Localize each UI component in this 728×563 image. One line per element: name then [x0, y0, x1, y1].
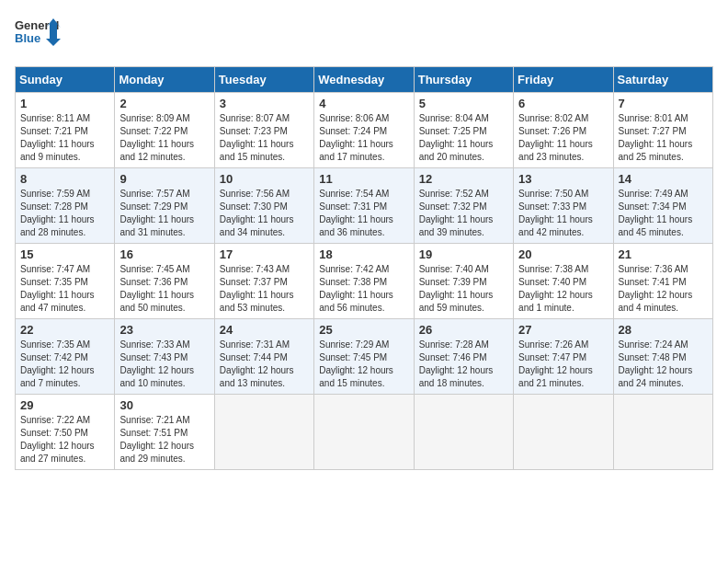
day-number: 10: [220, 172, 309, 186]
cell-content: Sunrise: 7:43 AMSunset: 7:37 PMDaylight:…: [220, 264, 294, 313]
calendar-header-row: SundayMondayTuesdayWednesdayThursdayFrid…: [16, 67, 713, 93]
calendar-cell: 23Sunrise: 7:33 AMSunset: 7:43 PMDayligh…: [115, 319, 214, 395]
calendar-cell: 14Sunrise: 7:49 AMSunset: 7:34 PMDayligh…: [613, 168, 712, 244]
calendar-cell: 11Sunrise: 7:54 AMSunset: 7:31 PMDayligh…: [314, 168, 414, 244]
calendar-week-row: 15Sunrise: 7:47 AMSunset: 7:35 PMDayligh…: [16, 244, 713, 319]
cell-content: Sunrise: 7:28 AMSunset: 7:46 PMDaylight:…: [419, 339, 494, 388]
day-number: 19: [419, 247, 508, 261]
day-number: 1: [20, 97, 109, 110]
cell-content: Sunrise: 8:09 AMSunset: 7:22 PMDaylight:…: [119, 113, 194, 162]
cell-content: Sunrise: 7:40 AMSunset: 7:39 PMDaylight:…: [419, 264, 494, 313]
day-header-wednesday: Wednesday: [314, 67, 414, 93]
cell-content: Sunrise: 8:11 AMSunset: 7:21 PMDaylight:…: [20, 113, 95, 162]
cell-content: Sunrise: 7:36 AMSunset: 7:41 PMDaylight:…: [619, 264, 693, 313]
day-header-thursday: Thursday: [414, 67, 513, 93]
day-header-sunday: Sunday: [16, 67, 115, 93]
calendar-week-row: 1Sunrise: 8:11 AMSunset: 7:21 PMDaylight…: [16, 93, 713, 168]
cell-content: Sunrise: 7:22 AMSunset: 7:50 PMDaylight:…: [20, 415, 95, 464]
day-number: 9: [119, 172, 209, 186]
cell-content: Sunrise: 7:31 AMSunset: 7:44 PMDaylight:…: [220, 339, 294, 388]
cell-content: Sunrise: 7:50 AMSunset: 7:33 PMDaylight:…: [518, 189, 593, 237]
day-number: 29: [20, 398, 109, 412]
day-number: 21: [619, 247, 708, 261]
day-number: 3: [220, 97, 309, 110]
logo: General Blue: [15, 15, 61, 55]
cell-content: Sunrise: 7:35 AMSunset: 7:42 PMDaylight:…: [20, 339, 95, 388]
day-number: 27: [518, 323, 608, 337]
cell-content: Sunrise: 7:52 AMSunset: 7:32 PMDaylight:…: [419, 189, 494, 237]
cell-content: Sunrise: 7:38 AMSunset: 7:40 PMDaylight:…: [518, 264, 593, 313]
calendar-cell: 18Sunrise: 7:42 AMSunset: 7:38 PMDayligh…: [314, 244, 414, 319]
calendar-cell: 22Sunrise: 7:35 AMSunset: 7:42 PMDayligh…: [16, 319, 115, 395]
cell-content: Sunrise: 7:45 AMSunset: 7:36 PMDaylight:…: [119, 264, 194, 313]
calendar-cell: 27Sunrise: 7:26 AMSunset: 7:47 PMDayligh…: [514, 319, 613, 395]
day-number: 15: [20, 247, 109, 261]
day-number: 18: [319, 247, 408, 261]
calendar-cell: 6Sunrise: 8:02 AMSunset: 7:26 PMDaylight…: [514, 93, 613, 168]
calendar-body: 1Sunrise: 8:11 AMSunset: 7:21 PMDaylight…: [16, 93, 713, 470]
day-number: 23: [119, 323, 209, 337]
calendar-cell: 15Sunrise: 7:47 AMSunset: 7:35 PMDayligh…: [16, 244, 115, 319]
cell-content: Sunrise: 8:01 AMSunset: 7:27 PMDaylight:…: [619, 113, 693, 162]
cell-content: Sunrise: 8:06 AMSunset: 7:24 PMDaylight:…: [319, 113, 393, 162]
day-number: 24: [220, 323, 309, 337]
calendar-cell: 12Sunrise: 7:52 AMSunset: 7:32 PMDayligh…: [414, 168, 513, 244]
calendar-cell: 25Sunrise: 7:29 AMSunset: 7:45 PMDayligh…: [314, 319, 414, 395]
day-number: 22: [20, 323, 109, 337]
calendar-cell: 4Sunrise: 8:06 AMSunset: 7:24 PMDaylight…: [314, 93, 414, 168]
calendar-week-row: 22Sunrise: 7:35 AMSunset: 7:42 PMDayligh…: [16, 319, 713, 395]
day-number: 6: [518, 97, 608, 110]
cell-content: Sunrise: 8:02 AMSunset: 7:26 PMDaylight:…: [518, 113, 593, 162]
day-number: 17: [220, 247, 309, 261]
page-header: General Blue: [15, 15, 713, 55]
cell-content: Sunrise: 7:33 AMSunset: 7:43 PMDaylight:…: [119, 339, 194, 388]
cell-content: Sunrise: 7:47 AMSunset: 7:35 PMDaylight:…: [20, 264, 95, 313]
day-number: 5: [419, 97, 508, 110]
day-number: 20: [518, 247, 608, 261]
calendar-cell: 28Sunrise: 7:24 AMSunset: 7:48 PMDayligh…: [613, 319, 712, 395]
day-number: 30: [119, 398, 209, 412]
calendar-cell: 29Sunrise: 7:22 AMSunset: 7:50 PMDayligh…: [16, 395, 115, 470]
calendar-cell: 2Sunrise: 8:09 AMSunset: 7:22 PMDaylight…: [115, 93, 214, 168]
calendar-cell: 19Sunrise: 7:40 AMSunset: 7:39 PMDayligh…: [414, 244, 513, 319]
calendar-cell: 5Sunrise: 8:04 AMSunset: 7:25 PMDaylight…: [414, 93, 513, 168]
calendar-cell: [314, 395, 414, 470]
calendar-cell: 21Sunrise: 7:36 AMSunset: 7:41 PMDayligh…: [613, 244, 712, 319]
day-number: 16: [119, 247, 209, 261]
cell-content: Sunrise: 7:59 AMSunset: 7:28 PMDaylight:…: [20, 189, 95, 237]
calendar-cell: [214, 395, 313, 470]
day-number: 4: [319, 97, 408, 110]
cell-content: Sunrise: 7:26 AMSunset: 7:47 PMDaylight:…: [518, 339, 593, 388]
calendar-cell: 30Sunrise: 7:21 AMSunset: 7:51 PMDayligh…: [115, 395, 214, 470]
calendar-week-row: 29Sunrise: 7:22 AMSunset: 7:50 PMDayligh…: [16, 395, 713, 470]
calendar-week-row: 8Sunrise: 7:59 AMSunset: 7:28 PMDaylight…: [16, 168, 713, 244]
cell-content: Sunrise: 7:54 AMSunset: 7:31 PMDaylight:…: [319, 189, 393, 237]
day-header-saturday: Saturday: [613, 67, 712, 93]
calendar-cell: 16Sunrise: 7:45 AMSunset: 7:36 PMDayligh…: [115, 244, 214, 319]
day-number: 25: [319, 323, 408, 337]
cell-content: Sunrise: 7:49 AMSunset: 7:34 PMDaylight:…: [619, 189, 693, 237]
day-number: 7: [619, 97, 708, 110]
calendar-cell: [414, 395, 513, 470]
calendar-cell: 26Sunrise: 7:28 AMSunset: 7:46 PMDayligh…: [414, 319, 513, 395]
cell-content: Sunrise: 7:21 AMSunset: 7:51 PMDaylight:…: [119, 415, 194, 464]
calendar-cell: 24Sunrise: 7:31 AMSunset: 7:44 PMDayligh…: [214, 319, 313, 395]
day-number: 11: [319, 172, 408, 186]
calendar-cell: [514, 395, 613, 470]
calendar-cell: 8Sunrise: 7:59 AMSunset: 7:28 PMDaylight…: [16, 168, 115, 244]
day-header-tuesday: Tuesday: [214, 67, 313, 93]
calendar-table: SundayMondayTuesdayWednesdayThursdayFrid…: [15, 66, 713, 470]
calendar-cell: 9Sunrise: 7:57 AMSunset: 7:29 PMDaylight…: [115, 168, 214, 244]
cell-content: Sunrise: 8:07 AMSunset: 7:23 PMDaylight:…: [220, 113, 294, 162]
cell-content: Sunrise: 7:29 AMSunset: 7:45 PMDaylight:…: [319, 339, 393, 388]
svg-text:Blue: Blue: [15, 31, 40, 45]
calendar-cell: 10Sunrise: 7:56 AMSunset: 7:30 PMDayligh…: [214, 168, 313, 244]
calendar-cell: 20Sunrise: 7:38 AMSunset: 7:40 PMDayligh…: [514, 244, 613, 319]
cell-content: Sunrise: 7:56 AMSunset: 7:30 PMDaylight:…: [220, 189, 294, 237]
calendar-cell: [613, 395, 712, 470]
calendar-cell: 17Sunrise: 7:43 AMSunset: 7:37 PMDayligh…: [214, 244, 313, 319]
day-header-friday: Friday: [514, 67, 613, 93]
cell-content: Sunrise: 7:57 AMSunset: 7:29 PMDaylight:…: [119, 189, 194, 237]
cell-content: Sunrise: 8:04 AMSunset: 7:25 PMDaylight:…: [419, 113, 494, 162]
day-number: 28: [619, 323, 708, 337]
